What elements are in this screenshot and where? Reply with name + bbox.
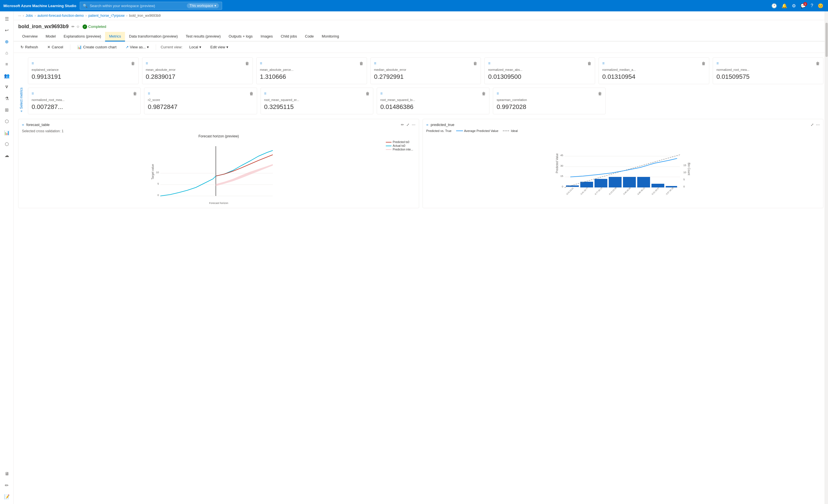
metric-delete-nrmse2[interactable]: 🗑 <box>133 91 137 96</box>
predicted-svg: Predicted Value Bin Count 0 15 30 45 0 5… <box>426 135 820 197</box>
sidebar-pen-icon[interactable]: ✏ <box>2 480 12 490</box>
forecast-edit-icon[interactable]: ✏ <box>401 123 404 127</box>
metric-icon-mape: = <box>260 61 262 66</box>
tab-metrics[interactable]: Metrics <box>105 32 125 42</box>
bell-icon[interactable]: 🔔 <box>780 2 788 10</box>
settings-icon[interactable]: ⚙ <box>791 2 797 10</box>
metric-value-mae: 0.2839017 <box>146 73 249 81</box>
cancel-button[interactable]: ✕ Cancel <box>45 44 66 50</box>
sidebar-chart-icon[interactable]: 📊 <box>2 127 12 138</box>
metric-value-nmae: 0.01309500 <box>488 73 591 81</box>
metric-delete-mae[interactable]: 🗑 <box>245 61 249 66</box>
search-input[interactable] <box>90 4 184 8</box>
metric-value-spearman: 0.9972028 <box>497 103 602 111</box>
sidebar-menu-icon[interactable]: ☰ <box>2 14 12 24</box>
legend-line-actual <box>386 146 391 146</box>
clock-icon[interactable]: 🕐 <box>770 2 778 10</box>
local-chevron-icon: ▾ <box>199 45 201 49</box>
cancel-label: Cancel <box>52 45 63 49</box>
metric-delete-mape[interactable]: 🗑 <box>359 61 363 66</box>
metric-nrmse2: = 🗑 normalized_root_mea... 0.007287... <box>28 88 141 114</box>
tab-model[interactable]: Model <box>42 32 59 42</box>
metric-rmse: = 🗑 root_mean_squared_er... 0.3295115 <box>260 88 373 114</box>
metric-delete-rmsle[interactable]: 🗑 <box>482 91 486 96</box>
metric-value-rmsle: 0.01486386 <box>380 103 486 111</box>
scrollbar[interactable] <box>825 11 828 504</box>
sidebar-grid-icon[interactable]: ⊞ <box>2 105 12 115</box>
user-icon[interactable]: 😊 <box>817 2 825 10</box>
metric-name-ev: explained_variance <box>32 68 135 72</box>
metrics-row-1: = 🗑 explained_variance 0.9913191 = 🗑 mea… <box>28 57 823 84</box>
metric-delete-spearman[interactable]: 🗑 <box>598 91 602 96</box>
metric-value-nrmse2: 0.007287... <box>32 103 137 111</box>
tab-test-results[interactable]: Test results (preview) <box>182 32 225 42</box>
metric-delete-nmae[interactable]: 🗑 <box>587 61 591 66</box>
tab-explanations[interactable]: Explanations (preview) <box>60 32 106 42</box>
sidebar-cube-icon[interactable]: ⬡ <box>2 139 12 149</box>
svg-text:-3.49-26.85: -3.49-26.85 <box>622 187 631 195</box>
sidebar-jobs-icon[interactable]: ≡ <box>2 59 12 70</box>
favorite-icon[interactable]: ☆ <box>76 25 80 29</box>
breadcrumb-experiment[interactable]: automl-forecast-function-demo <box>37 14 84 18</box>
tab-overview[interactable]: Overview <box>18 32 42 42</box>
local-dropdown[interactable]: Local ▾ <box>187 44 204 50</box>
notifications-icon[interactable]: 💬 1 <box>799 2 807 10</box>
scroll-thumb[interactable] <box>825 23 828 57</box>
create-chart-button[interactable]: 📊 Create custom chart <box>75 44 119 50</box>
metric-icon-r2: = <box>148 91 150 96</box>
breadcrumb-run[interactable]: patient_horse_r7yrpsxw <box>88 14 124 18</box>
breadcrumb-jobs[interactable]: Jobs <box>26 14 33 18</box>
tab-code[interactable]: Code <box>301 32 318 42</box>
svg-rect-27 <box>609 177 622 187</box>
tab-child-jobs[interactable]: Child jobs <box>277 32 301 42</box>
toolbar: ↻ Refresh ✕ Cancel 📊 Create custom chart… <box>14 42 828 53</box>
metric-value-r2: 0.9872847 <box>148 103 253 111</box>
sidebar-hierarchy-icon[interactable]: ⛛ <box>2 82 12 92</box>
sidebar-add-icon[interactable]: ⊕ <box>2 36 12 47</box>
tab-monitoring[interactable]: Monitoring <box>318 32 343 42</box>
forecast-more-icon[interactable]: ⋯ <box>412 123 415 127</box>
workspace-badge[interactable]: This workspace ▾ <box>187 3 219 8</box>
forecast-subtitle: Selected cross validation: 1 <box>22 129 415 133</box>
sidebar-back-icon[interactable]: ↩ <box>2 25 12 35</box>
edit-view-button[interactable]: Edit view ▾ <box>208 44 231 50</box>
view-as-button[interactable]: ↗ View as... ▾ <box>123 44 151 50</box>
page-header: bold_iron_wx9693b9 ✏ ☆ ✓ Completed <box>14 20 828 32</box>
breadcrumb-more-icon[interactable]: ··· <box>18 14 21 18</box>
sidebar-edit-icon[interactable]: 📝 <box>2 492 12 502</box>
metric-value-nrmse: 0.01509575 <box>716 73 820 81</box>
tab-outputs-logs[interactable]: Outputs + logs <box>225 32 256 42</box>
search-bar[interactable]: 🔍 This workspace ▾ <box>80 2 222 10</box>
sidebar-cloud-icon[interactable]: ☁ <box>2 150 12 161</box>
status-label: Completed <box>88 25 106 29</box>
metric-icon-nrmse2: = <box>32 91 34 96</box>
metric-delete-nmedae[interactable]: 🗑 <box>702 61 706 66</box>
metric-delete-r2[interactable]: 🗑 <box>249 91 253 96</box>
select-metrics-label[interactable]: « Select metrics <box>18 57 25 114</box>
edit-title-icon[interactable]: ✏ <box>72 25 75 29</box>
sidebar-network-icon[interactable]: ⬡ <box>2 116 12 126</box>
tab-data-transformation[interactable]: Data transformation (preview) <box>125 32 182 42</box>
main-content: ··· › Jobs › automl-forecast-function-de… <box>14 11 828 504</box>
metric-delete-ev[interactable]: 🗑 <box>131 61 135 66</box>
metric-delete-nrmse[interactable]: 🗑 <box>816 61 820 66</box>
metric-delete-medae[interactable]: 🗑 <box>473 61 477 66</box>
refresh-label: Refresh <box>25 45 38 49</box>
sidebar-flask-icon[interactable]: ⚗ <box>2 93 12 103</box>
tab-images[interactable]: Images <box>256 32 277 42</box>
sidebar-home-icon[interactable]: ⌂ <box>2 48 12 58</box>
sidebar-monitor-icon[interactable]: 🖥 <box>2 469 12 479</box>
breadcrumb-current: bold_iron_wx9693b9 <box>129 14 161 18</box>
predicted-more-icon[interactable]: ⋯ <box>816 123 820 127</box>
predicted-expand-icon[interactable]: ⤢ <box>811 123 814 127</box>
forecast-expand-icon[interactable]: ⤢ <box>406 123 409 127</box>
svg-text:Bin Count: Bin Count <box>687 163 691 175</box>
tabs-bar: Overview Model Explanations (preview) Me… <box>14 32 828 42</box>
view-as-chevron-icon: ▾ <box>147 45 149 49</box>
predicted-chart-title: predicted_true <box>431 123 454 127</box>
refresh-button[interactable]: ↻ Refresh <box>18 44 40 50</box>
metric-icon-nmedae: = <box>602 61 605 66</box>
sidebar-users-icon[interactable]: 👥 <box>2 71 12 81</box>
metric-delete-rmse[interactable]: 🗑 <box>366 91 370 96</box>
help-icon[interactable]: ? <box>810 2 814 9</box>
